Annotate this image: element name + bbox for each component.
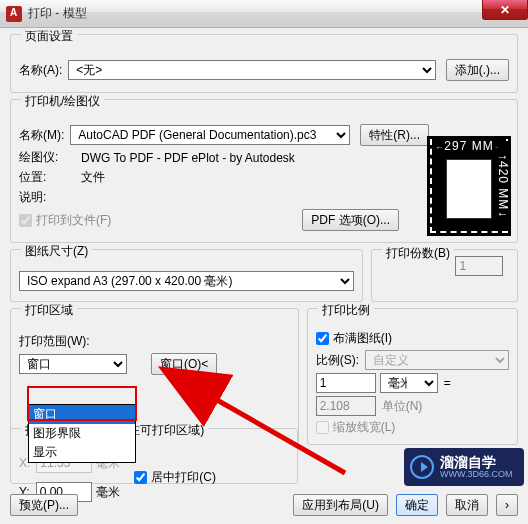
- printer-group: 打印机/绘图仪 名称(M): AutoCAD PDF (General Docu…: [10, 99, 518, 243]
- dropdown-option-window[interactable]: 窗口: [29, 405, 135, 424]
- scale-lineweight-label: 缩放线宽(L): [333, 419, 396, 436]
- fit-to-paper-checkbox[interactable]: 布满图纸(I): [316, 330, 509, 347]
- scale-unit-select[interactable]: 毫米: [380, 373, 438, 393]
- watermark-badge: 溜溜自学 WWW.3D66.COM: [404, 448, 524, 486]
- printer-properties-button[interactable]: 特性(R)...: [360, 124, 429, 146]
- scale-num1-input[interactable]: [316, 373, 376, 393]
- preview-width-label: 297 MM: [444, 139, 493, 153]
- expand-button[interactable]: ›: [496, 494, 518, 516]
- copies-group: 打印份数(B): [371, 249, 518, 302]
- print-scope-dropdown-list[interactable]: 窗口 图形界限 显示: [28, 404, 136, 463]
- dropdown-option-limits[interactable]: 图形界限: [29, 424, 135, 443]
- paper-size-select[interactable]: ISO expand A3 (297.00 x 420.00 毫米): [19, 271, 354, 291]
- print-to-file-checkbox[interactable]: 打印到文件(F): [19, 212, 111, 229]
- fit-to-paper-label: 布满图纸(I): [333, 330, 392, 347]
- scale-ratio-label: 比例(S):: [316, 352, 359, 369]
- center-plot-checkbox[interactable]: 居中打印(C): [134, 469, 216, 486]
- dropdown-option-display[interactable]: 显示: [29, 443, 135, 462]
- cancel-button[interactable]: 取消: [446, 494, 488, 516]
- scale-unit2-label: 单位(N): [382, 398, 423, 415]
- ok-button[interactable]: 确定: [396, 494, 438, 516]
- plotter-value: DWG To PDF - PDF ePlot - by Autodesk: [81, 151, 295, 165]
- window-pick-button[interactable]: 窗口(O)<: [151, 353, 217, 375]
- watermark-sub: WWW.3D66.COM: [440, 469, 513, 479]
- print-scope-select[interactable]: 窗口: [19, 354, 127, 374]
- play-icon: [410, 455, 434, 479]
- printer-name-label: 名称(M):: [19, 127, 64, 144]
- desc-label: 说明:: [19, 189, 75, 206]
- printer-legend: 打印机/绘图仪: [21, 93, 104, 110]
- preview-button[interactable]: 预览(P)...: [10, 494, 78, 516]
- page-setup-name-label: 名称(A):: [19, 62, 62, 79]
- app-icon: [6, 6, 22, 22]
- scale-num2-input[interactable]: [316, 396, 376, 416]
- where-label: 位置:: [19, 169, 75, 186]
- copies-legend: 打印份数(B): [382, 245, 454, 262]
- scale-ratio-select[interactable]: 自定义: [365, 350, 509, 370]
- page-setup-group: 页面设置 名称(A): <无> 添加(.)...: [10, 34, 518, 93]
- chevron-right-icon: ›: [505, 498, 509, 512]
- page-setup-name-select[interactable]: <无>: [68, 60, 435, 80]
- copies-input[interactable]: [455, 256, 503, 276]
- paper-size-legend: 图纸尺寸(Z): [21, 243, 92, 260]
- paper-size-group: 图纸尺寸(Z) ISO expand A3 (297.00 x 420.00 毫…: [10, 249, 363, 302]
- window-title: 打印 - 模型: [28, 5, 87, 22]
- page-setup-legend: 页面设置: [21, 28, 77, 45]
- equals-label: =: [444, 376, 451, 390]
- center-plot-label: 居中打印(C): [151, 469, 216, 486]
- print-scale-group: 打印比例 布满图纸(I) 比例(S): 自定义 毫米 = 单位(N): [307, 308, 518, 445]
- scale-lineweight-checkbox[interactable]: 缩放线宽(L): [316, 419, 509, 436]
- print-to-file-label: 打印到文件(F): [36, 212, 111, 229]
- print-area-legend: 打印区域: [21, 302, 77, 319]
- close-button[interactable]: ✕: [482, 0, 528, 20]
- print-scope-label: 打印范围(W):: [19, 333, 90, 350]
- paper-preview: ←297 MM→ ↑420 MM↓: [427, 136, 511, 236]
- close-icon: ✕: [500, 3, 510, 17]
- preview-height-label: 420 MM: [496, 161, 510, 210]
- add-page-setup-button[interactable]: 添加(.)...: [446, 59, 509, 81]
- print-scale-legend: 打印比例: [318, 302, 374, 319]
- plotter-label: 绘图仪:: [19, 149, 75, 166]
- watermark-text: 溜溜自学: [440, 455, 513, 469]
- apply-layout-button[interactable]: 应用到布局(U): [293, 494, 388, 516]
- printer-name-select[interactable]: AutoCAD PDF (General Documentation).pc3: [70, 125, 350, 145]
- pdf-options-button[interactable]: PDF 选项(O)...: [302, 209, 399, 231]
- where-value: 文件: [81, 169, 105, 186]
